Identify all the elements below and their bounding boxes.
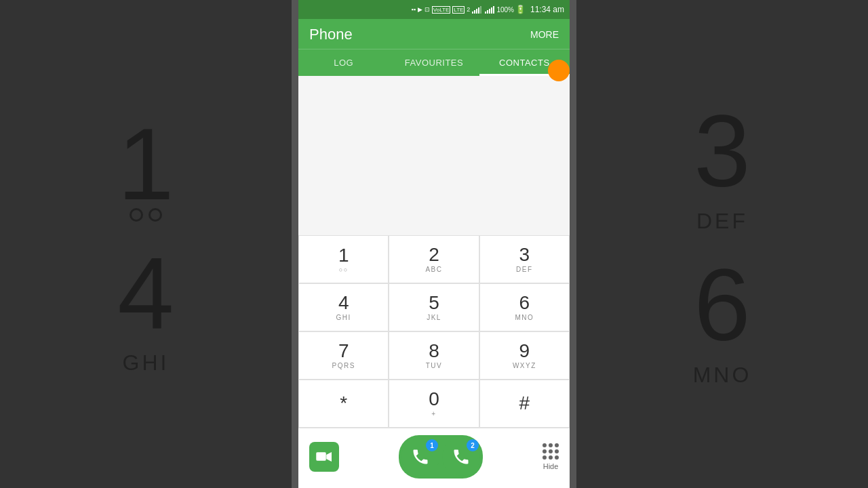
tab-log[interactable]: LOG xyxy=(298,49,389,76)
bg-right-number2: 6 xyxy=(694,254,750,356)
dialer-display xyxy=(298,76,570,235)
key-8[interactable]: 8 TUV xyxy=(389,331,479,380)
background-right: 3 DEF 6 MNO xyxy=(576,0,868,488)
signal-bars xyxy=(472,5,481,14)
key-9[interactable]: 9 WXYZ xyxy=(479,331,570,380)
key-hash[interactable]: # xyxy=(479,380,570,428)
keypad: 1 ○○ 2 ABC 3 DEF 4 GHI 5 JKL 6 MNO 7 PQR… xyxy=(298,235,570,428)
status-bar: ▪▪ ▶ ⊡ VoLTE LTE 2 100% 🔋 xyxy=(298,0,570,19)
call-badge-2: 2 xyxy=(467,439,479,451)
svg-rect-0 xyxy=(316,452,326,461)
sim2-icon: 2 xyxy=(467,6,470,13)
video-status-icon: ▶ xyxy=(418,6,422,13)
svg-marker-1 xyxy=(326,452,332,462)
status-time: 11:34 am xyxy=(530,5,564,14)
phone-icon-2 xyxy=(452,447,471,466)
signal-bars-2 xyxy=(485,5,494,14)
app-header: Phone MORE xyxy=(298,19,570,49)
video-call-button[interactable] xyxy=(309,442,339,472)
bg-right-number1: 3 xyxy=(694,100,750,202)
avatar-peek xyxy=(548,60,570,81)
phone-icon-1 xyxy=(411,447,430,466)
key-3[interactable]: 3 DEF xyxy=(479,235,570,283)
call-buttons-group: 1 2 xyxy=(399,435,483,479)
key-0[interactable]: 0 + xyxy=(389,380,479,428)
key-star[interactable]: * xyxy=(298,380,389,428)
tab-bar: LOG FAVOURITES CONTACTS xyxy=(298,49,570,76)
battery-icon: 🔋 xyxy=(515,5,526,14)
bg-left-number1: 1 xyxy=(117,113,174,215)
video-icon xyxy=(316,450,332,464)
key-5[interactable]: 5 JKL xyxy=(389,283,479,331)
battery-indicator: 100% 🔋 xyxy=(496,5,526,14)
bg-right-sub2: MNO xyxy=(693,363,752,388)
cast-icon: ⊡ xyxy=(425,6,430,13)
bottom-bar: 1 2 Hide xyxy=(298,428,570,488)
grid-icon xyxy=(542,443,559,460)
key-7[interactable]: 7 PQRS xyxy=(298,331,389,380)
tab-favourites[interactable]: FAVOURITES xyxy=(389,49,479,76)
key-2[interactable]: 2 ABC xyxy=(389,235,479,283)
more-button[interactable]: MORE xyxy=(530,29,559,40)
key-4[interactable]: 4 GHI xyxy=(298,283,389,331)
call-button-2[interactable]: 2 xyxy=(442,438,480,476)
call-button-1[interactable]: 1 xyxy=(401,438,439,476)
key-1[interactable]: 1 ○○ xyxy=(298,235,389,283)
status-icons: ▪▪ ▶ ⊡ VoLTE LTE 2 100% 🔋 xyxy=(411,5,564,14)
call-badge-1: 1 xyxy=(426,439,438,451)
phone-container: ▪▪ ▶ ⊡ VoLTE LTE 2 100% 🔋 xyxy=(298,0,570,488)
key-6[interactable]: 6 MNO xyxy=(479,283,570,331)
bg-right-sub1: DEF xyxy=(696,209,748,234)
hide-button[interactable]: Hide xyxy=(542,443,559,470)
bg-left-sub2: GHI xyxy=(123,350,170,375)
app-title: Phone xyxy=(309,26,353,43)
voip-icon: ▪▪ xyxy=(411,6,415,13)
background-left: 1 4 GHI xyxy=(0,0,292,488)
bg-left-number2: 4 xyxy=(117,242,174,344)
lte-icon: LTE xyxy=(452,6,465,14)
volte-icon: VoLTE xyxy=(432,6,450,14)
hide-label: Hide xyxy=(543,462,559,470)
